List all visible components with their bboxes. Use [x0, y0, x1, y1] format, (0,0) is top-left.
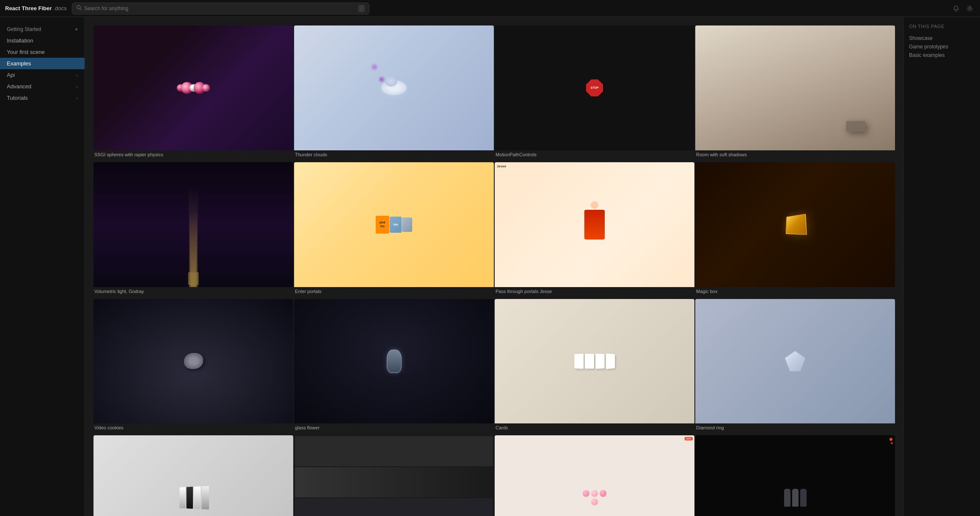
logo-docs: .docs: [54, 5, 67, 11]
sidebar-first-scene-label: Your first scene: [7, 49, 45, 55]
gallery-label-volumetric: Volumetric light, Godray: [93, 287, 293, 298]
search-shortcut: /: [358, 5, 365, 12]
gallery-item-enter-portals[interactable]: pickles tea Enter portals: [294, 162, 494, 298]
gallery-label-pass-through: Pass through portals Jesse: [495, 287, 694, 298]
sidebar-item-tutorials[interactable]: Tutorials ›: [0, 92, 85, 104]
sidebar-advanced-label: Advanced: [7, 83, 31, 90]
gallery-item-glass-flower[interactable]: glass flower: [294, 299, 494, 435]
sidebar-item-getting-started[interactable]: Getting Started ▾: [0, 24, 85, 35]
gallery-grid: SSGI spheres with rapier physics Thunder…: [93, 25, 895, 516]
gallery-label-thunder: Thunder clouds: [294, 150, 494, 161]
topbar: React Three Fiber.docs /: [0, 0, 980, 17]
gallery-label-roomshadows: Room with soft shadows: [695, 150, 895, 161]
sidebar-item-installation[interactable]: Installation: [0, 35, 85, 46]
sidebar-item-your-first-scene[interactable]: Your first scene: [0, 46, 85, 58]
svg-point-2: [969, 7, 971, 9]
sidebar-item-advanced[interactable]: Advanced ›: [0, 81, 85, 92]
sidebar-item-examples[interactable]: Examples: [0, 58, 85, 69]
sidebar: Getting Started ▾ Installation Your firs…: [0, 17, 85, 516]
on-this-page-basic-examples[interactable]: Basic examples: [909, 51, 975, 59]
gallery-item-cards[interactable]: Cards: [495, 299, 694, 435]
gallery-item-volumetric[interactable]: Volumetric light, Godray: [93, 162, 293, 298]
gallery-label-motionpath: MotionPathControls: [495, 150, 694, 161]
chevron-right-icon-tutorials: ›: [76, 96, 78, 101]
on-this-page-game-prototypes[interactable]: Game prototypes: [909, 42, 975, 51]
right-sidebar: ON THIS PAGE Showcase Game prototypes Ba…: [904, 17, 980, 516]
gallery-item-horizontal-tiles[interactable]: Horizontal tiles: [294, 435, 494, 516]
gallery-item-three-graces[interactable]: The three graces: [695, 435, 895, 516]
sidebar-item-api[interactable]: Api ›: [0, 69, 85, 81]
gallery-label-cards: Cards: [495, 423, 694, 434]
gallery-item-image-gallery[interactable]: Image Gallery: [93, 435, 293, 516]
sidebar-installation-label: Installation: [7, 37, 33, 44]
on-this-page-title: ON THIS PAGE: [909, 24, 975, 29]
content-area: SSGI spheres with rapier physics Thunder…: [85, 17, 904, 516]
gallery-item-diamond[interactable]: Diamond ring: [695, 299, 895, 435]
topbar-icons: [951, 3, 975, 14]
main-layout: Getting Started ▾ Installation Your firs…: [0, 17, 980, 516]
logo: React Three Fiber.docs: [5, 5, 67, 11]
sidebar-tutorials-label: Tutorials: [7, 95, 28, 101]
on-this-page-showcase[interactable]: Showcase: [909, 34, 975, 42]
settings-button[interactable]: [965, 3, 975, 14]
bell-button[interactable]: [951, 3, 961, 14]
gallery-label-video-cookies: Video cookies: [93, 423, 293, 434]
gallery-item-video-cookies[interactable]: Video cookies: [93, 299, 293, 435]
search-icon: [76, 5, 82, 11]
search-bar[interactable]: /: [72, 3, 369, 14]
gallery-item-ssgi[interactable]: SSGI spheres with rapier physics: [93, 25, 293, 161]
sidebar-getting-started-label: Getting Started: [7, 26, 41, 32]
chevron-down-icon: ▾: [75, 27, 78, 32]
sidebar-examples-label: Examples: [7, 60, 31, 67]
chevron-right-icon-advanced: ›: [76, 84, 78, 89]
search-input[interactable]: [84, 6, 356, 11]
gallery-label-enter-portals: Enter portals: [294, 287, 494, 298]
gallery-item-thunder[interactable]: Thunder clouds: [294, 25, 494, 161]
sidebar-api-label: Api: [7, 72, 15, 78]
gallery-item-motionpath[interactable]: STOP MotionPathControls: [495, 25, 694, 161]
gallery-label-glass-flower: glass flower: [294, 423, 494, 434]
logo-name: React Three Fiber: [5, 5, 52, 11]
gallery-item-christmas[interactable]: HOT BestServedBold Christmas Baubles: [495, 435, 694, 516]
gallery-label-ssgi: SSGI spheres with rapier physics: [93, 150, 293, 161]
gallery-item-magicbox[interactable]: Magic box: [695, 162, 895, 298]
gallery-item-roomshadows[interactable]: Room with soft shadows: [695, 25, 895, 161]
svg-line-1: [80, 8, 81, 10]
gallery-label-magicbox: Magic box: [695, 287, 895, 298]
gallery-label-diamond: Diamond ring: [695, 423, 895, 434]
gallery-item-pass-through[interactable]: Jesse Pass through portals Jesse: [495, 162, 694, 298]
chevron-right-icon-api: ›: [76, 73, 78, 78]
